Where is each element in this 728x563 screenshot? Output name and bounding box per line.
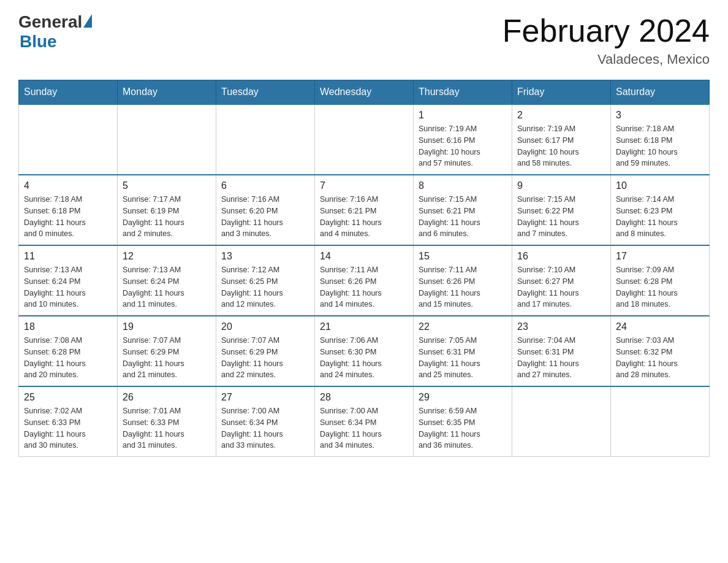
calendar-cell: 7Sunrise: 7:16 AMSunset: 6:21 PMDaylight… [315, 175, 414, 245]
title-section: February 2024 Valadeces, Mexico [502, 12, 710, 67]
calendar-cell: 17Sunrise: 7:09 AMSunset: 6:28 PMDayligh… [611, 245, 710, 316]
calendar-cell: 13Sunrise: 7:12 AMSunset: 6:25 PMDayligh… [216, 245, 315, 316]
calendar-cell: 21Sunrise: 7:06 AMSunset: 6:30 PMDayligh… [315, 316, 414, 386]
calendar-header-friday: Friday [512, 80, 611, 105]
day-info: Sunrise: 7:12 AMSunset: 6:25 PMDaylight:… [221, 264, 309, 310]
day-number: 5 [123, 180, 211, 191]
calendar-cell: 23Sunrise: 7:04 AMSunset: 6:31 PMDayligh… [512, 316, 611, 386]
day-number: 12 [123, 251, 211, 262]
calendar-cell: 27Sunrise: 7:00 AMSunset: 6:34 PMDayligh… [216, 386, 315, 457]
day-info: Sunrise: 7:19 AMSunset: 6:17 PMDaylight:… [517, 123, 605, 169]
day-number: 25 [24, 392, 112, 403]
calendar-cell [118, 104, 216, 175]
day-info: Sunrise: 7:19 AMSunset: 6:16 PMDaylight:… [419, 123, 507, 169]
calendar-cell: 29Sunrise: 6:59 AMSunset: 6:35 PMDayligh… [414, 386, 512, 457]
calendar-cell: 6Sunrise: 7:16 AMSunset: 6:20 PMDaylight… [216, 175, 315, 245]
logo: General Blue [18, 12, 92, 52]
day-info: Sunrise: 7:03 AMSunset: 6:32 PMDaylight:… [616, 335, 704, 381]
day-number: 21 [320, 321, 408, 332]
day-info: Sunrise: 7:01 AMSunset: 6:33 PMDaylight:… [123, 405, 211, 451]
calendar-cell: 5Sunrise: 7:17 AMSunset: 6:19 PMDaylight… [118, 175, 216, 245]
day-info: Sunrise: 6:59 AMSunset: 6:35 PMDaylight:… [419, 405, 507, 451]
day-info: Sunrise: 7:05 AMSunset: 6:31 PMDaylight:… [419, 335, 507, 381]
day-number: 1 [419, 110, 507, 121]
page-header: General Blue February 2024 Valadeces, Me… [18, 12, 710, 67]
day-info: Sunrise: 7:17 AMSunset: 6:19 PMDaylight:… [123, 194, 211, 240]
day-number: 10 [616, 180, 704, 191]
day-number: 6 [221, 180, 309, 191]
logo-triangle-icon [83, 14, 92, 28]
day-number: 4 [24, 180, 112, 191]
day-number: 29 [419, 392, 507, 403]
calendar-cell: 4Sunrise: 7:18 AMSunset: 6:18 PMDaylight… [19, 175, 118, 245]
calendar-cell: 24Sunrise: 7:03 AMSunset: 6:32 PMDayligh… [611, 316, 710, 386]
day-info: Sunrise: 7:10 AMSunset: 6:27 PMDaylight:… [517, 264, 605, 310]
day-info: Sunrise: 7:02 AMSunset: 6:33 PMDaylight:… [24, 405, 112, 451]
day-number: 3 [616, 110, 704, 121]
day-number: 26 [123, 392, 211, 403]
logo-blue-text: Blue [20, 32, 57, 52]
day-info: Sunrise: 7:16 AMSunset: 6:21 PMDaylight:… [320, 194, 408, 240]
day-info: Sunrise: 7:00 AMSunset: 6:34 PMDaylight:… [221, 405, 309, 451]
calendar-cell: 26Sunrise: 7:01 AMSunset: 6:33 PMDayligh… [118, 386, 216, 457]
day-number: 22 [419, 321, 507, 332]
day-info: Sunrise: 7:18 AMSunset: 6:18 PMDaylight:… [616, 123, 704, 169]
day-info: Sunrise: 7:08 AMSunset: 6:28 PMDaylight:… [24, 335, 112, 381]
day-info: Sunrise: 7:13 AMSunset: 6:24 PMDaylight:… [24, 264, 112, 310]
calendar-week-row-2: 4Sunrise: 7:18 AMSunset: 6:18 PMDaylight… [19, 175, 710, 245]
calendar-cell: 1Sunrise: 7:19 AMSunset: 6:16 PMDaylight… [414, 104, 512, 175]
calendar-subtitle: Valadeces, Mexico [502, 52, 710, 67]
day-info: Sunrise: 7:11 AMSunset: 6:26 PMDaylight:… [419, 264, 507, 310]
day-info: Sunrise: 7:13 AMSunset: 6:24 PMDaylight:… [123, 264, 211, 310]
calendar-week-row-3: 11Sunrise: 7:13 AMSunset: 6:24 PMDayligh… [19, 245, 710, 316]
day-info: Sunrise: 7:07 AMSunset: 6:29 PMDaylight:… [221, 335, 309, 381]
calendar-cell: 16Sunrise: 7:10 AMSunset: 6:27 PMDayligh… [512, 245, 611, 316]
day-info: Sunrise: 7:11 AMSunset: 6:26 PMDaylight:… [320, 264, 408, 310]
calendar-cell: 9Sunrise: 7:15 AMSunset: 6:22 PMDaylight… [512, 175, 611, 245]
day-number: 24 [616, 321, 704, 332]
calendar-cell: 14Sunrise: 7:11 AMSunset: 6:26 PMDayligh… [315, 245, 414, 316]
calendar-cell: 3Sunrise: 7:18 AMSunset: 6:18 PMDaylight… [611, 104, 710, 175]
calendar-cell: 25Sunrise: 7:02 AMSunset: 6:33 PMDayligh… [19, 386, 118, 457]
calendar-header-saturday: Saturday [611, 80, 710, 105]
day-number: 18 [24, 321, 112, 332]
calendar-cell: 11Sunrise: 7:13 AMSunset: 6:24 PMDayligh… [19, 245, 118, 316]
calendar-cell: 12Sunrise: 7:13 AMSunset: 6:24 PMDayligh… [118, 245, 216, 316]
calendar-header-sunday: Sunday [19, 80, 118, 105]
day-number: 14 [320, 251, 408, 262]
logo-general-text: General [18, 12, 82, 32]
day-number: 28 [320, 392, 408, 403]
day-number: 20 [221, 321, 309, 332]
calendar-cell [611, 386, 710, 457]
calendar-cell: 28Sunrise: 7:00 AMSunset: 6:34 PMDayligh… [315, 386, 414, 457]
calendar-cell: 8Sunrise: 7:15 AMSunset: 6:21 PMDaylight… [414, 175, 512, 245]
day-info: Sunrise: 7:09 AMSunset: 6:28 PMDaylight:… [616, 264, 704, 310]
calendar-header-thursday: Thursday [414, 80, 512, 105]
day-info: Sunrise: 7:18 AMSunset: 6:18 PMDaylight:… [24, 194, 112, 240]
day-info: Sunrise: 7:07 AMSunset: 6:29 PMDaylight:… [123, 335, 211, 381]
calendar-cell: 22Sunrise: 7:05 AMSunset: 6:31 PMDayligh… [414, 316, 512, 386]
day-info: Sunrise: 7:15 AMSunset: 6:22 PMDaylight:… [517, 194, 605, 240]
calendar-cell: 15Sunrise: 7:11 AMSunset: 6:26 PMDayligh… [414, 245, 512, 316]
day-number: 13 [221, 251, 309, 262]
calendar-header-monday: Monday [118, 80, 216, 105]
calendar-week-row-4: 18Sunrise: 7:08 AMSunset: 6:28 PMDayligh… [19, 316, 710, 386]
day-number: 2 [517, 110, 605, 121]
calendar-cell: 2Sunrise: 7:19 AMSunset: 6:17 PMDaylight… [512, 104, 611, 175]
calendar-cell: 10Sunrise: 7:14 AMSunset: 6:23 PMDayligh… [611, 175, 710, 245]
day-info: Sunrise: 7:14 AMSunset: 6:23 PMDaylight:… [616, 194, 704, 240]
day-info: Sunrise: 7:04 AMSunset: 6:31 PMDaylight:… [517, 335, 605, 381]
calendar-cell: 20Sunrise: 7:07 AMSunset: 6:29 PMDayligh… [216, 316, 315, 386]
day-number: 27 [221, 392, 309, 403]
calendar-cell [19, 104, 118, 175]
day-number: 15 [419, 251, 507, 262]
calendar-header-row: SundayMondayTuesdayWednesdayThursdayFrid… [19, 80, 710, 105]
calendar-cell [512, 386, 611, 457]
day-info: Sunrise: 7:16 AMSunset: 6:20 PMDaylight:… [221, 194, 309, 240]
calendar-header-tuesday: Tuesday [216, 80, 315, 105]
day-info: Sunrise: 7:15 AMSunset: 6:21 PMDaylight:… [419, 194, 507, 240]
calendar-cell: 19Sunrise: 7:07 AMSunset: 6:29 PMDayligh… [118, 316, 216, 386]
day-number: 8 [419, 180, 507, 191]
day-number: 17 [616, 251, 704, 262]
calendar-table: SundayMondayTuesdayWednesdayThursdayFrid… [18, 80, 710, 457]
